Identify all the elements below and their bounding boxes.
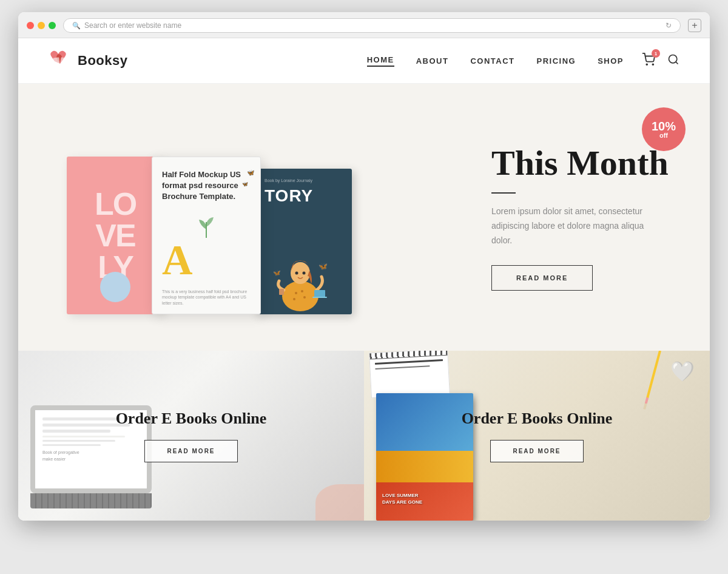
card-right-cta[interactable]: READ MORE — [490, 440, 583, 462]
hero-divider — [491, 192, 516, 194]
logo[interactable]: Booksy — [49, 49, 127, 72]
hero-description: Lorem ipsum dolor sit amet, consectetur … — [491, 204, 661, 248]
book-lovely-text: LOVELY — [95, 188, 136, 283]
svg-rect-10 — [314, 290, 325, 297]
hero-books: LOVELY Half Fold Mockup US format psd re… — [67, 120, 467, 314]
search-button[interactable] — [667, 53, 679, 68]
heart-decoration: 🤍 — [670, 360, 695, 383]
hero-cta-button[interactable]: READ MORE — [491, 265, 593, 291]
svg-point-13 — [291, 262, 310, 284]
card-right-content: Order E Books Online READ MORE — [462, 410, 613, 462]
svg-point-15 — [303, 272, 306, 275]
cards-section: Book of prerogativemake easier Order E B… — [18, 351, 710, 521]
maximize-button[interactable] — [49, 22, 56, 29]
hero-heading: This Month — [491, 144, 673, 183]
close-button[interactable] — [27, 22, 34, 29]
book-tory-title: TORY — [265, 186, 342, 206]
svg-text:🦋: 🦋 — [318, 262, 328, 271]
browser-chrome: 🔍 Search or enter website name ↻ + — [18, 12, 710, 38]
svg-rect-0 — [53, 57, 60, 66]
hero-section: LOVELY Half Fold Mockup US format psd re… — [18, 84, 710, 351]
svg-point-2 — [646, 64, 647, 65]
svg-text:🦋: 🦋 — [273, 269, 281, 277]
nav-home[interactable]: HOME — [367, 55, 394, 67]
svg-point-3 — [652, 64, 653, 65]
card-left-content: Order E Books Online READ MORE — [116, 410, 267, 462]
navbar: Booksy HOME ABOUT CONTACT PRICING SHOP 1 — [18, 38, 710, 84]
card-ebooks-right: 🤍 Love SummerDays Are Gone — [364, 351, 710, 521]
browser-window: 🔍 Search or enter website name ↻ + Books… — [18, 12, 710, 521]
book-brochure: Half Fold Mockup US format psd resource … — [152, 157, 261, 314]
book-brochure-title: Half Fold Mockup US format psd resource … — [162, 169, 251, 203]
svg-point-8 — [303, 296, 306, 299]
svg-rect-12 — [279, 289, 284, 295]
card-ebooks-left: Book of prerogativemake easier Order E B… — [18, 351, 364, 521]
website-content: Booksy HOME ABOUT CONTACT PRICING SHOP 1 — [18, 38, 710, 521]
discount-percent: 10% — [652, 120, 676, 132]
nav-shop[interactable]: SHOP — [598, 56, 624, 66]
address-text: Search or enter website name — [84, 21, 181, 30]
svg-point-9 — [293, 298, 295, 300]
nav-pricing[interactable]: PRICING — [536, 56, 576, 66]
book-tory-subtitle: Book by Loraine Journaly — [265, 178, 342, 183]
logo-text: Booksy — [78, 53, 127, 69]
svg-point-5 — [282, 281, 318, 311]
card-right-title: Order E Books Online — [462, 410, 613, 428]
nav-about[interactable]: ABOUT — [416, 56, 449, 66]
logo-icon — [49, 49, 72, 72]
discount-off: off — [659, 132, 668, 139]
svg-point-7 — [301, 290, 303, 292]
discount-badge: 10% off — [642, 107, 686, 151]
book-brochure-footer: This is a very business half fold psd br… — [162, 289, 251, 306]
traffic-lights — [27, 22, 56, 29]
book-tory: Book by Loraine Journaly TORY — [255, 169, 352, 314]
nav-links: HOME ABOUT CONTACT PRICING SHOP — [367, 55, 624, 67]
nav-contact[interactable]: CONTACT — [470, 56, 514, 66]
card-left-title: Order E Books Online — [116, 410, 267, 428]
svg-point-6 — [295, 292, 297, 294]
minimize-button[interactable] — [38, 22, 45, 29]
svg-rect-1 — [60, 57, 67, 66]
tory-illustration: 🦋 🦋 — [261, 223, 340, 314]
svg-rect-11 — [312, 297, 327, 298]
svg-point-4 — [669, 55, 677, 63]
hero-text: 10% off This Month Lorem ipsum dolor sit… — [467, 144, 673, 290]
search-icon: 🔍 — [72, 22, 81, 30]
book-lovely: LOVELY — [67, 157, 164, 314]
cart-badge: 1 — [652, 49, 660, 58]
book-brochure-letter: A — [162, 239, 251, 282]
nav-icons: 1 — [642, 53, 679, 69]
svg-point-14 — [295, 272, 298, 275]
address-bar[interactable]: 🔍 Search or enter website name ↻ — [63, 18, 681, 33]
pencil-decoration — [643, 351, 661, 410]
cart-button[interactable]: 1 — [642, 53, 655, 69]
reload-icon[interactable]: ↻ — [666, 21, 672, 30]
card-left-cta[interactable]: READ MORE — [144, 440, 237, 462]
new-tab-button[interactable]: + — [688, 19, 701, 32]
